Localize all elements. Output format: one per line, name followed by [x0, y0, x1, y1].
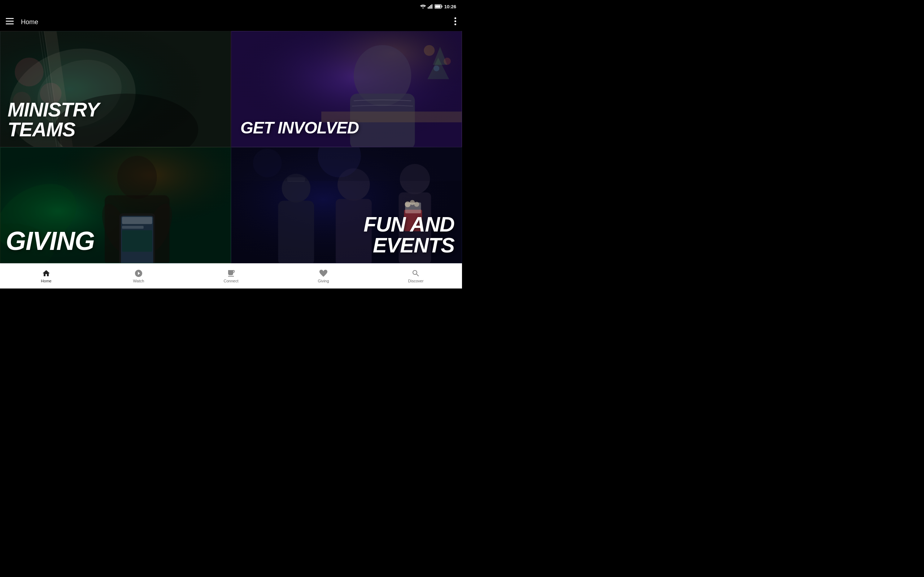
nav-home-label: Home [41, 279, 51, 283]
svg-rect-6 [441, 6, 442, 8]
nav-giving-label: Giving [318, 279, 329, 283]
more-icon [454, 17, 456, 25]
fun-events-label: FUN AND EVENTS [363, 214, 454, 256]
svg-rect-47 [122, 226, 144, 229]
giving-label: GIVING [6, 228, 95, 254]
nav-discover[interactable]: Discover [370, 266, 462, 286]
status-bar: 10:26 [0, 0, 462, 13]
hamburger-icon [6, 18, 14, 24]
watch-icon [134, 269, 143, 278]
app-bar: Home [0, 13, 462, 31]
svg-rect-8 [6, 18, 14, 19]
page-title: Home [21, 18, 38, 26]
svg-point-13 [454, 23, 456, 25]
giving-tile[interactable]: GIVING [0, 147, 231, 263]
connect-icon [227, 269, 235, 278]
svg-rect-1 [428, 7, 429, 9]
svg-rect-2 [429, 6, 430, 9]
svg-point-64 [414, 202, 419, 207]
nav-discover-label: Discover [408, 279, 424, 283]
svg-rect-3 [430, 5, 431, 9]
menu-button[interactable] [6, 18, 14, 26]
nav-connect-label: Connect [224, 279, 239, 283]
status-time: 10:26 [444, 4, 456, 10]
giving-icon [319, 269, 328, 278]
svg-rect-55 [278, 201, 314, 263]
discover-icon [412, 269, 420, 278]
status-icons: 10:26 [420, 4, 456, 10]
battery-icon [435, 4, 443, 9]
nav-giving[interactable]: Giving [277, 266, 370, 286]
svg-point-0 [422, 8, 423, 9]
svg-rect-7 [435, 5, 440, 8]
svg-rect-9 [6, 21, 14, 22]
svg-point-33 [424, 45, 435, 56]
fun-events-tile[interactable]: FUN AND EVENTS [231, 147, 462, 263]
svg-rect-46 [122, 217, 152, 224]
nav-watch[interactable]: Watch [92, 266, 185, 286]
svg-point-12 [454, 20, 456, 22]
get-involved-label: GET INVOLVED [241, 119, 359, 136]
svg-rect-4 [431, 4, 432, 9]
svg-point-40 [117, 156, 157, 199]
svg-point-67 [253, 148, 282, 177]
svg-rect-10 [6, 23, 14, 24]
svg-point-34 [444, 58, 451, 65]
svg-point-11 [454, 17, 456, 19]
signal-icon [428, 4, 433, 9]
svg-point-63 [410, 200, 415, 205]
main-grid: MINISTRY TEAMS [0, 31, 462, 263]
bottom-nav: Home Watch Connect Giving Discover [0, 263, 462, 288]
svg-point-35 [433, 66, 439, 71]
more-button[interactable] [454, 17, 456, 27]
nav-connect[interactable]: Connect [185, 266, 277, 286]
home-icon [42, 269, 50, 278]
ministry-teams-tile[interactable]: MINISTRY TEAMS [0, 31, 231, 147]
wifi-icon [420, 4, 426, 9]
get-involved-tile[interactable]: GET INVOLVED [231, 31, 462, 147]
app-bar-left: Home [6, 18, 38, 26]
nav-home[interactable]: Home [0, 266, 92, 286]
svg-rect-48 [122, 230, 152, 252]
svg-point-62 [405, 201, 410, 207]
nav-watch-label: Watch [133, 279, 144, 283]
ministry-teams-label: MINISTRY TEAMS [8, 100, 99, 140]
svg-point-22 [15, 58, 44, 87]
